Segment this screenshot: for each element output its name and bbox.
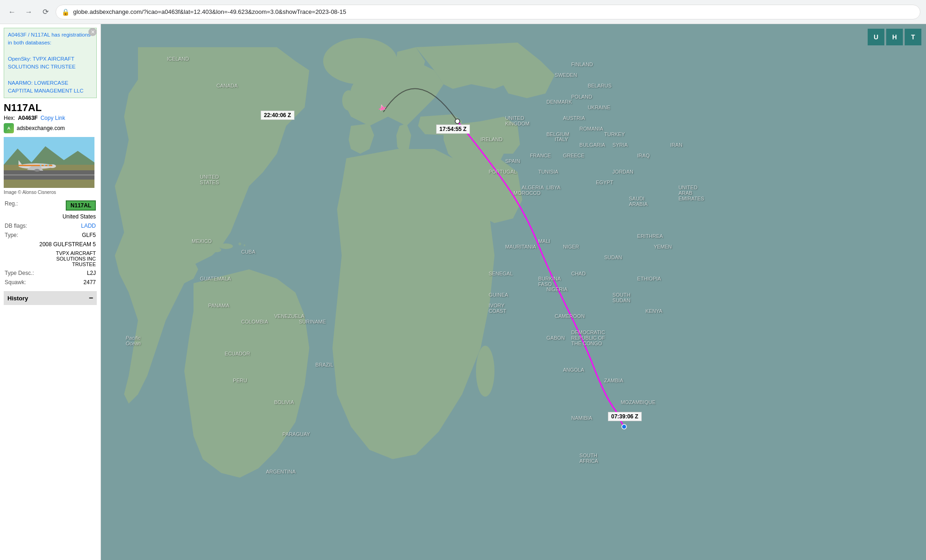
time-label-3: 07:39:06 Z xyxy=(608,412,642,421)
svg-point-28 xyxy=(455,119,460,124)
svg-point-23 xyxy=(244,244,245,246)
svg-point-12 xyxy=(44,164,45,166)
copy-link[interactable]: Copy Link xyxy=(40,115,65,121)
time-text-3: 07:39:06 Z xyxy=(611,413,638,420)
owner-value: TVPX AIRCRAFT SOLUTIONS INC TRUSTEE xyxy=(35,249,96,268)
typedesc-label: Type Desc.: xyxy=(5,269,34,277)
svg-point-9 xyxy=(34,169,40,172)
back-button[interactable]: ← xyxy=(6,6,19,19)
refresh-button[interactable]: ⟳ xyxy=(39,6,52,19)
history-toggle[interactable]: − xyxy=(89,294,93,302)
time-text-2: 17:54:55 Z xyxy=(439,126,467,132)
dbflags-label: DB flags: xyxy=(5,222,34,230)
hex-row: Hex: A0463F Copy Link xyxy=(4,115,97,121)
svg-point-18 xyxy=(212,248,221,252)
typedesc-value: L2J xyxy=(35,269,96,277)
squawk-value: 2477 xyxy=(35,278,96,286)
address-bar[interactable]: 🔒 globe.adsbexchange.com/?icao=a0463f&la… xyxy=(56,5,920,19)
opensky-link[interactable]: OpenSky: TVPX AIRCRAFT SOLUTIONS INC TRU… xyxy=(8,56,75,69)
plane-image-bg xyxy=(4,137,94,188)
svg-point-17 xyxy=(219,243,233,249)
source-name: adsbexchange.com xyxy=(17,125,65,131)
hex-value: A0463F xyxy=(18,115,38,121)
lock-icon: 🔒 xyxy=(62,8,69,16)
plane-illustration xyxy=(4,137,94,188)
history-bar: History − xyxy=(4,291,97,305)
time-label-1: 22:40:06 Z xyxy=(261,111,294,120)
svg-point-27 xyxy=(622,424,626,429)
type-label: Type: xyxy=(5,231,34,239)
source-logo: A xyxy=(4,123,14,133)
svg-point-13 xyxy=(47,164,49,166)
svg-rect-10 xyxy=(19,165,52,166)
plane-image xyxy=(4,137,94,188)
url-text: globe.adsbexchange.com/?icao=a0463f&lat=… xyxy=(73,8,346,15)
svg-point-21 xyxy=(476,346,494,397)
reg-label: Reg.: xyxy=(5,199,34,212)
country-value: United States xyxy=(35,212,96,221)
time-label-2: 17:54:55 Z xyxy=(436,124,470,134)
type-value: GLF5 xyxy=(35,231,96,239)
map-area[interactable]: ICELAND CANADA UNITEDSTATES MEXICO CUBA … xyxy=(101,24,926,560)
type-desc-line1: 2008 GULFSTREAM 5 xyxy=(35,240,96,249)
map-btn-u[interactable]: U xyxy=(868,29,884,45)
map-controls: U H T xyxy=(868,29,921,45)
sidebar: ✕ A0463F / N117AL has registrations in b… xyxy=(0,24,101,560)
time-text-1: 22:40:06 Z xyxy=(264,112,291,118)
image-credit: Image © Alonso Cisneros xyxy=(4,190,97,195)
close-alert-button[interactable]: ✕ xyxy=(88,28,97,36)
squawk-label: Squawk: xyxy=(5,278,34,286)
history-label: History xyxy=(7,295,28,302)
source-row: A adsbexchange.com xyxy=(4,123,97,133)
svg-point-20 xyxy=(342,90,355,111)
reg-badge: N117AL xyxy=(66,200,96,211)
alert-text: A0463F / N117AL has registrations in bot… xyxy=(8,32,91,45)
details-table: Reg.: N117AL United States DB flags: LAD… xyxy=(4,199,97,287)
svg-rect-4 xyxy=(4,174,94,175)
svg-point-22 xyxy=(238,243,241,245)
map-btn-h[interactable]: H xyxy=(886,29,903,45)
main-layout: ✕ A0463F / N117AL has registrations in b… xyxy=(0,24,926,560)
reg-value: N117AL xyxy=(35,199,96,212)
map-btn-t[interactable]: T xyxy=(905,29,921,45)
hex-label: Hex: xyxy=(4,115,15,121)
svg-point-11 xyxy=(40,164,42,166)
naarmo-link[interactable]: NAARMO: LOWERCASE CAPTITAL MANAGEMENT LL… xyxy=(8,80,83,93)
dbflags-value: LADD xyxy=(35,222,96,230)
aircraft-title: N117AL xyxy=(4,102,97,114)
forward-button[interactable]: → xyxy=(22,6,35,19)
world-map-svg xyxy=(101,24,926,560)
ladd-link[interactable]: LADD xyxy=(81,223,96,229)
alert-box: ✕ A0463F / N117AL has registrations in b… xyxy=(4,28,97,98)
browser-chrome: ← → ⟳ 🔒 globe.adsbexchange.com/?icao=a04… xyxy=(0,0,926,24)
